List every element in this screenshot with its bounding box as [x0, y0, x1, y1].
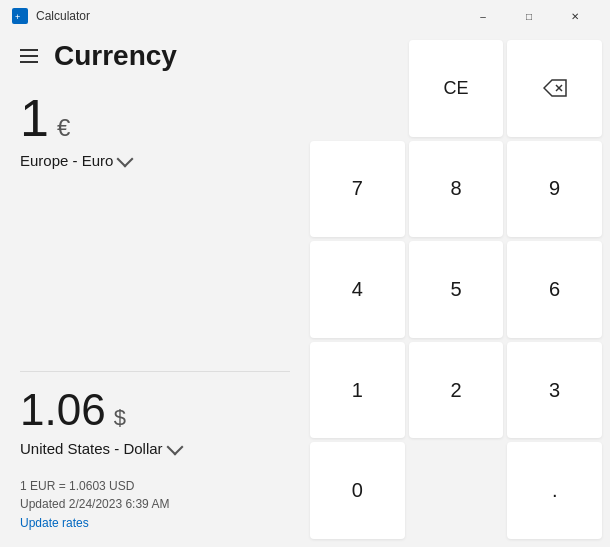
updated-line: Updated 2/24/2023 6:39 AM [20, 495, 290, 513]
main-content: Currency 1 € Europe - Euro 1.06 $ United… [0, 32, 610, 547]
from-currency-symbol: € [57, 114, 70, 142]
title-bar-left: + Calculator [12, 8, 90, 24]
title-bar: + Calculator – □ ✕ [0, 0, 610, 32]
from-currency-label: Europe - Euro [20, 152, 113, 169]
digit-2-button[interactable]: 2 [409, 342, 504, 439]
digit-4-button[interactable]: 4 [310, 241, 405, 338]
hamburger-line-3 [20, 61, 38, 63]
numpad-grid: CE 7 8 9 4 5 6 1 2 3 0 . [310, 40, 602, 539]
maximize-button[interactable]: □ [506, 0, 552, 32]
clear-entry-button[interactable]: CE [409, 40, 504, 137]
digit-7-button[interactable]: 7 [310, 141, 405, 238]
to-amount-number: 1.06 [20, 388, 106, 432]
minimize-button[interactable]: – [460, 0, 506, 32]
from-currency-selector[interactable]: Europe - Euro [20, 152, 290, 169]
page-title: Currency [54, 40, 177, 72]
empty-slot-1 [310, 40, 405, 137]
from-currency-section: 1 € Europe - Euro [0, 76, 310, 363]
app-title: Calculator [36, 9, 90, 23]
hamburger-menu[interactable] [16, 45, 42, 67]
digit-9-button[interactable]: 9 [507, 141, 602, 238]
to-currency-section: 1.06 $ United States - Dollar [0, 380, 310, 465]
numpad-panel: CE 7 8 9 4 5 6 1 2 3 0 . [310, 32, 610, 547]
to-currency-label: United States - Dollar [20, 440, 163, 457]
svg-text:+: + [15, 12, 20, 22]
empty-slot-2 [409, 442, 504, 539]
digit-5-button[interactable]: 5 [409, 241, 504, 338]
update-rates-link[interactable]: Update rates [20, 516, 89, 530]
hamburger-line-2 [20, 55, 38, 57]
digit-1-button[interactable]: 1 [310, 342, 405, 439]
divider [20, 371, 290, 372]
to-amount-display: 1.06 $ [20, 388, 290, 432]
hamburger-line-1 [20, 49, 38, 51]
info-section: 1 EUR = 1.0603 USD Updated 2/24/2023 6:3… [0, 465, 310, 547]
to-currency-symbol: $ [114, 405, 126, 431]
digit-6-button[interactable]: 6 [507, 241, 602, 338]
backspace-icon [543, 79, 567, 97]
to-chevron-down-icon [166, 438, 183, 455]
decimal-button[interactable]: . [507, 442, 602, 539]
app-icon: + [12, 8, 28, 24]
from-amount-display: 1 € [20, 92, 290, 144]
to-currency-selector[interactable]: United States - Dollar [20, 440, 290, 457]
backspace-button[interactable] [507, 40, 602, 137]
left-panel: Currency 1 € Europe - Euro 1.06 $ United… [0, 32, 310, 547]
digit-0-button[interactable]: 0 [310, 442, 405, 539]
header-row: Currency [0, 32, 310, 76]
from-amount-number: 1 [20, 92, 49, 144]
title-bar-controls: – □ ✕ [460, 0, 598, 32]
digit-3-button[interactable]: 3 [507, 342, 602, 439]
rate-line: 1 EUR = 1.0603 USD [20, 477, 290, 495]
close-button[interactable]: ✕ [552, 0, 598, 32]
digit-8-button[interactable]: 8 [409, 141, 504, 238]
from-chevron-down-icon [117, 150, 134, 167]
